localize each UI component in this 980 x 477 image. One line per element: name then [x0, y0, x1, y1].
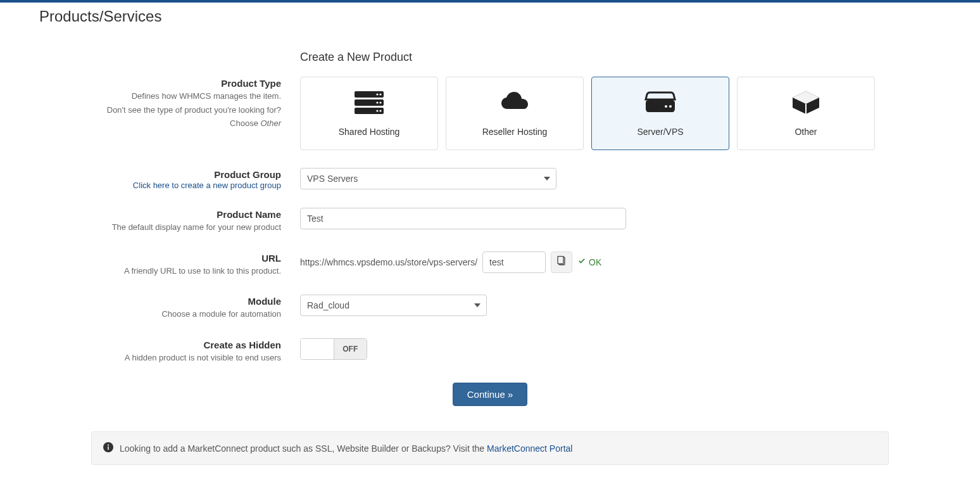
url-base: https://whmcs.vpsdemo.us/store/vps-serve…	[300, 257, 477, 267]
label-url: URL	[91, 253, 281, 264]
svg-rect-1	[355, 99, 384, 106]
svg-point-4	[379, 93, 381, 95]
hdd-icon	[644, 90, 676, 119]
label-hidden: Create as Hidden	[91, 340, 281, 350]
product-type-shared[interactable]: Shared Hosting	[300, 77, 438, 150]
svg-point-8	[379, 110, 381, 111]
hint-module: Choose a module for automation	[91, 308, 281, 321]
cloud-icon	[499, 90, 531, 119]
select-module[interactable]: Rad_cloud	[300, 295, 487, 316]
product-type-cards: Shared Hosting Reseller Hosting Server/V…	[300, 77, 889, 150]
product-type-label: Other	[795, 127, 817, 137]
page-title: Products/Services	[39, 3, 939, 32]
svg-point-15	[108, 445, 109, 446]
marketconnect-banner: Looking to add a MarketConnect product s…	[91, 431, 889, 465]
product-type-label: Server/VPS	[637, 127, 683, 137]
toggle-state: OFF	[334, 339, 367, 359]
check-icon	[577, 257, 586, 267]
svg-rect-0	[355, 91, 384, 98]
hint-hidden: A hidden product is not visible to end u…	[91, 352, 281, 364]
svg-point-9	[665, 105, 667, 108]
svg-point-3	[376, 93, 378, 95]
svg-rect-14	[108, 447, 109, 450]
hint-url: A friendly URL to use to link to this pr…	[91, 265, 281, 277]
clipboard-icon	[556, 256, 567, 268]
product-type-label: Shared Hosting	[339, 127, 400, 137]
svg-point-5	[376, 101, 378, 103]
select-product-group[interactable]: VPS Servers	[300, 168, 556, 189]
hint-product-type-1: Defines how WHMCS manages the item.	[91, 90, 281, 103]
toggle-knob	[301, 339, 334, 359]
copy-url-button[interactable]	[551, 251, 572, 273]
product-type-label: Reseller Hosting	[482, 127, 548, 137]
label-product-type: Product Type	[91, 78, 281, 89]
label-module: Module	[91, 296, 281, 307]
input-url-slug[interactable]	[482, 251, 546, 273]
product-type-reseller[interactable]: Reseller Hosting	[446, 77, 584, 150]
label-product-group: Product Group	[91, 169, 281, 180]
input-product-name[interactable]	[300, 208, 626, 229]
svg-rect-12	[558, 257, 563, 264]
product-type-server-vps[interactable]: Server/VPS	[591, 77, 729, 150]
toggle-hidden[interactable]: OFF	[300, 338, 367, 360]
url-status: OK	[577, 257, 601, 267]
hint-product-name: The default display name for your new pr…	[91, 221, 281, 234]
label-product-name: Product Name	[91, 209, 281, 220]
info-icon	[103, 442, 113, 454]
product-type-other[interactable]: Other	[737, 77, 875, 150]
continue-button[interactable]: Continue »	[453, 383, 528, 406]
section-title: Create a New Product	[300, 51, 889, 64]
svg-point-10	[669, 105, 672, 108]
link-marketconnect-portal[interactable]: MarketConnect Portal	[487, 443, 572, 454]
cube-icon	[790, 90, 822, 119]
link-create-product-group[interactable]: Click here to create a new product group	[133, 181, 281, 190]
server-icon	[353, 90, 385, 119]
svg-point-7	[376, 110, 378, 111]
hint-product-type-3: Choose Other	[91, 117, 281, 130]
svg-rect-2	[355, 108, 384, 114]
svg-point-6	[379, 101, 381, 103]
hint-product-type-2: Don't see the type of product you're loo…	[91, 104, 281, 117]
banner-text: Looking to add a MarketConnect product s…	[120, 443, 487, 454]
